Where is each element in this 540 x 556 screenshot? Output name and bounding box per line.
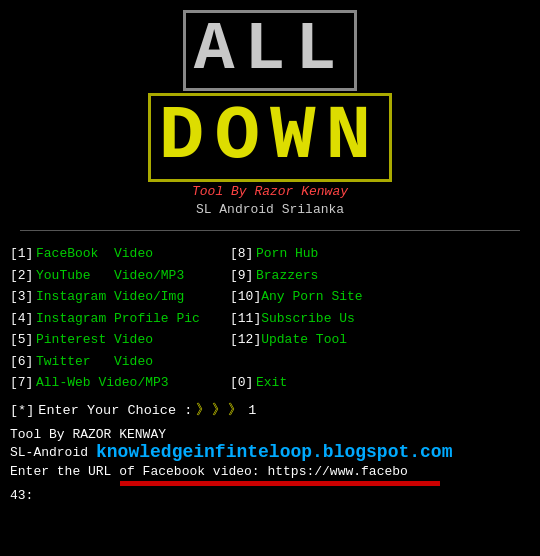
page-number: 43: [0, 486, 540, 505]
menu-item-1[interactable]: [1] FaceBook Video [10, 243, 230, 264]
menu-label-1: FaceBook Video [36, 243, 153, 264]
menu-num-0: [0] [230, 372, 256, 393]
menu-num-12: [12] [230, 329, 261, 350]
menu-num-8: [8] [230, 243, 256, 264]
menu-num-2: [2] [10, 265, 36, 286]
menu-label-4: Instagram Profile Pic [36, 308, 200, 329]
prompt-value[interactable]: 1 [248, 403, 256, 418]
menu-section: [1] FaceBook Video [2] YouTube Video/MP3… [0, 239, 540, 395]
subtitle-razor: Tool By Razor Kenway [192, 184, 348, 199]
menu-item-2[interactable]: [2] YouTube Video/MP3 [10, 265, 230, 286]
prompt-text: Enter Your Choice : [38, 403, 192, 418]
menu-num-4: [4] [10, 308, 36, 329]
menu-item-7[interactable]: [7] All-Web Video/MP3 [10, 372, 230, 393]
footer-tool-line: Tool By RAZOR KENWAY [10, 427, 530, 442]
url-prompt-text: Enter the URL of Facebook video: https:/… [10, 464, 408, 479]
menu-item-12[interactable]: [12] Update Tool [230, 329, 530, 350]
menu-item-6[interactable]: [6] Twitter Video [10, 351, 230, 372]
menu-item-9[interactable]: [9] Brazzers [230, 265, 530, 286]
menu-col-left: [1] FaceBook Video [2] YouTube Video/MP3… [10, 243, 230, 393]
menu-num-1: [1] [10, 243, 36, 264]
subtitle-sl: SL Android Srilanka [196, 202, 344, 217]
input-section: [*] Enter Your Choice : 》》》 1 [0, 395, 540, 423]
menu-item-4[interactable]: [4] Instagram Profile Pic [10, 308, 230, 329]
menu-label-6: Twitter Video [36, 351, 153, 372]
footer-blog-link[interactable]: knowledgeinfinteloop.blogspot.com [96, 442, 452, 462]
menu-item-8[interactable]: [8] Porn Hub [230, 243, 530, 264]
divider [20, 230, 520, 231]
logo-down: DOWN [148, 93, 392, 183]
logo-all: ALL [183, 10, 357, 91]
menu-item-5[interactable]: [5] Pinterest Video [10, 329, 230, 350]
prompt-star: [*] [10, 403, 34, 418]
prompt-arrows: 》》》 [196, 401, 244, 419]
url-line[interactable]: Enter the URL of Facebook video: https:/… [10, 464, 530, 479]
footer-android-line: SL-Android [10, 445, 88, 460]
menu-item-0[interactable]: [0] Exit [230, 372, 530, 393]
menu-num-6: [6] [10, 351, 36, 372]
menu-item-10[interactable]: [10] Any Porn Site [230, 286, 530, 307]
footer-section: Tool By RAZOR KENWAY SL-Android knowledg… [0, 423, 540, 462]
menu-item-spacer [230, 351, 530, 372]
menu-label-10: Any Porn Site [261, 286, 362, 307]
menu-item-11[interactable]: [11] Subscribe Us [230, 308, 530, 329]
menu-label-5: Pinterest Video [36, 329, 153, 350]
menu-num-3: [3] [10, 286, 36, 307]
menu-num-5: [5] [10, 329, 36, 350]
menu-label-12: Update Tool [261, 329, 347, 350]
main-container: ALL DOWN Tool By Razor Kenway SL Android… [0, 0, 540, 556]
menu-label-11: Subscribe Us [261, 308, 355, 329]
url-section: Enter the URL of Facebook video: https:/… [0, 462, 540, 486]
menu-row: [1] FaceBook Video [2] YouTube Video/MP3… [10, 243, 530, 393]
menu-label-3: Instagram Video/Img [36, 286, 184, 307]
menu-label-8: Porn Hub [256, 243, 318, 264]
menu-label-0: Exit [256, 372, 287, 393]
menu-label-2: YouTube Video/MP3 [36, 265, 184, 286]
menu-label-7: All-Web Video/MP3 [36, 372, 169, 393]
menu-num-11: [11] [230, 308, 261, 329]
menu-num-9: [9] [230, 265, 256, 286]
menu-col-right: [8] Porn Hub [9] Brazzers [10] Any Porn … [230, 243, 530, 393]
logo-section: ALL DOWN Tool By Razor Kenway SL Android… [0, 0, 540, 222]
menu-label-9: Brazzers [256, 265, 318, 286]
menu-num-7: [7] [10, 372, 36, 393]
menu-num-10: [10] [230, 286, 261, 307]
input-line: [*] Enter Your Choice : 》》》 1 [10, 401, 530, 419]
menu-item-3[interactable]: [3] Instagram Video/Img [10, 286, 230, 307]
